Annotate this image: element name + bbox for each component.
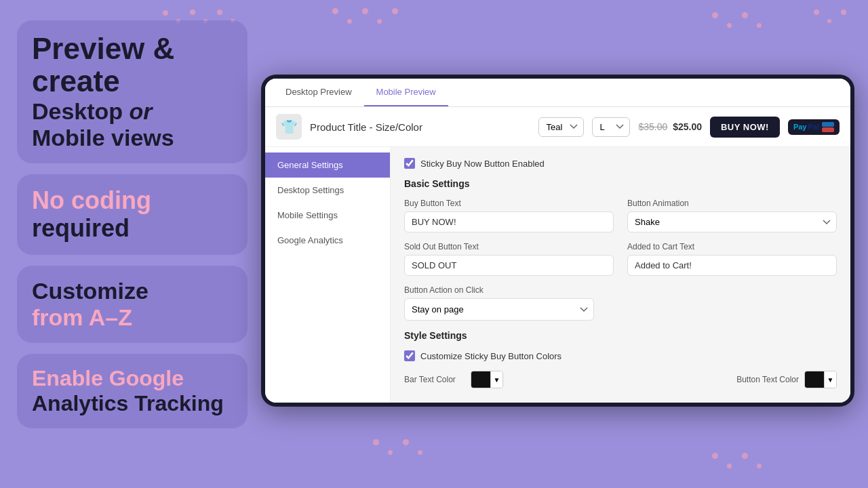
button-action-label: Button Action on Click [404,285,837,295]
feature-no-coding-card: No coding required [17,174,248,255]
price-area: $35.00 $25.00 [638,121,702,132]
left-panel: Preview & create Desktop or Mobile views… [0,0,264,488]
button-animation-group: Button Animation Shake Pulse Bounce None [627,199,837,232]
added-to-cart-label: Added to Cart Text [627,242,837,251]
settings-grid-top: Buy Button Text Button Animation Shake P… [404,199,837,276]
added-to-cart-group: Added to Cart Text [627,242,837,276]
app-inner: Desktop Preview Mobile Preview 👕 Product… [265,79,850,403]
sidebar-item-general[interactable]: General Settings [265,152,390,178]
button-text-color-arrow[interactable]: ▼ [824,371,836,388]
analytics-subtitle: Analytics Tracking [32,391,233,416]
feature-analytics-card: Enable Google Analytics Tracking [17,354,248,428]
bar-text-color-preview [471,371,490,388]
no-coding-subtitle: required [32,214,233,243]
feature-preview-title: Preview & create [32,33,233,98]
sidebar: General Settings Desktop Settings Mobile… [265,147,391,403]
customize-title: Customize [32,278,233,304]
color-select[interactable]: Teal Blue Red [538,117,584,137]
customize-subtitle: from A–Z [32,304,233,331]
product-title: Product Title - Size/Color [310,121,530,133]
tab-mobile-preview[interactable]: Mobile Preview [364,79,448,106]
price-original: $35.00 [638,121,667,132]
added-to-cart-input[interactable] [627,255,837,276]
app-window: Desktop Preview Mobile Preview 👕 Product… [261,75,854,407]
button-text-color-preview [805,371,824,388]
sidebar-item-mobile[interactable]: Mobile Settings [265,203,390,228]
sold-out-label: Sold Out Button Text [404,242,614,251]
tab-desktop-preview[interactable]: Desktop Preview [273,79,364,106]
feature-preview-card: Preview & create Desktop or Mobile views [17,20,248,163]
sidebar-item-analytics[interactable]: Google Analytics [265,228,390,253]
button-text-color-label: Button Text Color [736,375,799,384]
bar-text-color-group: Bar Text Color ▼ [404,371,503,388]
enabled-checkbox[interactable] [404,158,415,169]
bar-text-color-arrow[interactable]: ▼ [490,371,502,388]
color-pickers-row: Bar Text Color ▼ Button Text Color [404,371,837,388]
customize-colors-checkbox[interactable] [404,350,415,361]
tabs-bar: Desktop Preview Mobile Preview [265,79,850,107]
customize-colors-label: Customize Sticky Buy Button Colors [420,351,561,361]
feature-customize-card: Customize from A–Z [17,266,248,343]
bar-text-color-swatch[interactable]: ▼ [471,371,503,388]
style-settings-title: Style Settings [404,330,837,341]
button-text-color-swatch[interactable]: ▼ [804,371,837,388]
no-coding-title: No coding [32,186,233,214]
basic-settings-title: Basic Settings [404,178,837,189]
price-sale: $25.00 [673,121,702,132]
button-text-color-group: Button Text Color ▼ [736,371,837,388]
settings-panel: Sticky Buy Now Button Enabled Basic Sett… [391,147,850,403]
customize-colors-row: Customize Sticky Buy Button Colors [404,350,837,361]
buy-button-text-group: Buy Button Text [404,199,614,232]
buy-now-button[interactable]: BUY NOW! [710,117,780,138]
button-action-select[interactable]: Stay on page Go to cart Go to checkout [404,298,594,321]
preview-bar: 👕 Product Title - Size/Color Teal Blue R… [265,107,850,147]
enabled-checkbox-row: Sticky Buy Now Button Enabled [404,158,837,169]
paypal-badge: PayPal [788,119,840,135]
button-animation-select[interactable]: Shake Pulse Bounce None [627,211,837,232]
button-animation-label: Button Animation [627,199,837,208]
product-icon: 👕 [276,114,302,140]
button-action-group: Button Action on Click Stay on page Go t… [404,285,837,321]
buy-button-text-input[interactable] [404,211,614,232]
buy-button-text-label: Buy Button Text [404,199,614,208]
analytics-title: Enable Google [32,366,233,391]
sidebar-item-desktop[interactable]: Desktop Settings [265,178,390,203]
main-content: General Settings Desktop Settings Mobile… [265,147,850,403]
enabled-checkbox-label: Sticky Buy Now Button Enabled [420,159,545,169]
style-settings-section: Style Settings Customize Sticky Buy Butt… [404,330,837,388]
feature-preview-subtitle: Desktop or Mobile views [32,98,233,151]
sold-out-text-group: Sold Out Button Text [404,242,614,276]
sold-out-input[interactable] [404,255,614,276]
size-select[interactable]: L S M XL [592,117,630,137]
bar-text-color-label: Bar Text Color [404,375,465,384]
